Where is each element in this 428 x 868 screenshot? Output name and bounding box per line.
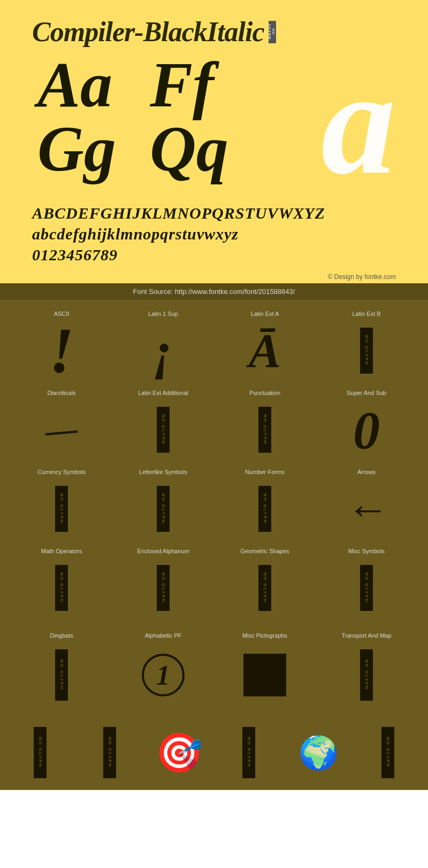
no-glyph-punctuation: NO GLYPH — [257, 406, 272, 454]
glyph-latinexta: Latin Ext A Ā — [214, 305, 316, 384]
glyph-display-arrows: ← — [342, 479, 391, 538]
black-rect-icon — [243, 654, 286, 696]
last-glyph-2: NO GLYPH — [78, 720, 142, 785]
glyph-miscpictographs: Misc Pictographs — [230, 632, 300, 707]
no-glyph-transportandmap: NO GLYPH — [359, 648, 374, 702]
glyph-diacriticals: Diacriticals — — [11, 384, 112, 463]
glyph-grid: ASCII ! Latin 1 Sup ¡ Latin Ext A Ā Lati… — [0, 300, 428, 627]
glyph-char-latin1sup: ¡ — [153, 320, 174, 382]
glyph-dingbats: Dingbats NO GLYPH — [27, 632, 96, 707]
glyph-ascii: ASCII ! — [11, 305, 112, 384]
glyph-label-letterlike: Letterlike Symbols — [139, 469, 187, 475]
no-glyph-last6: NO GLYPH — [380, 726, 395, 779]
glyph-miscsymbols: Misc Symbols NO GLYPH — [316, 542, 417, 622]
letter-Aa: Aa — [32, 53, 144, 117]
glyph-label-latinexta: Latin Ext A — [251, 311, 279, 317]
glyph-display-diacriticals: — — [37, 400, 86, 459]
glyph-label-mathoperators: Math Operators — [41, 548, 82, 554]
glyph-latinextb: Latin Ext B NO GLYPH — [316, 305, 417, 384]
letter-showcase: Aa Ff Gg Qq a — [32, 53, 396, 181]
glyph-transportandmap: Transport And Map NO GLYPH — [332, 632, 401, 707]
circle-number-icon: 1 — [142, 654, 185, 696]
glyph-char-superandsub: 0 — [353, 399, 380, 461]
copyright: © Design by fontke.com — [0, 270, 428, 283]
bottom-row: Dingbats NO GLYPH Alphabetic PF 1 Misc P… — [0, 627, 428, 718]
glyph-display-letterlike: NO GLYPH — [139, 479, 187, 538]
glyph-display-enclosedalphanum: NO GLYPH — [139, 559, 187, 617]
glyph-display-miscpictographs — [235, 643, 294, 707]
no-glyph-mathoperators: NO GLYPH — [54, 564, 69, 612]
no-glyph-numberforms: NO GLYPH — [257, 485, 272, 533]
glyph-currency: Currency Symbols NO GLYPH — [11, 463, 112, 542]
glyph-enclosedalphanum: Enclosed Alphanum NO GLYPH — [112, 542, 214, 622]
glyph-display-transportandmap: NO GLYPH — [337, 643, 396, 707]
no-glyph-last2: NO GLYPH — [102, 726, 117, 779]
letter-Ff: Ff — [144, 53, 257, 117]
glyph-geometricshapes: Geometric Shapes NO GLYPH — [214, 542, 316, 622]
glyph-label-punctuation: Punctuation — [249, 390, 280, 396]
glyph-label-miscpictographs: Misc Pictographs — [242, 632, 287, 639]
glyph-numberforms: Number Forms NO GLYPH — [214, 463, 316, 542]
circle-number-char: 1 — [156, 660, 170, 691]
glyph-display-numberforms: NO GLYPH — [241, 479, 289, 538]
no-glyph-last4: NO GLYPH — [241, 726, 256, 779]
glyph-superandsub: Super And Sub 0 — [316, 384, 417, 463]
last-glyph-6: NO GLYPH — [356, 720, 420, 785]
no-glyph-currency: NO GLYPH — [54, 485, 69, 533]
glyph-display-latinexta: Ā — [241, 321, 289, 380]
glyph-display-mathoperators: NO GLYPH — [37, 559, 86, 617]
font-source: Font Source: http://www.fontke.com/font/… — [0, 283, 428, 300]
glyph-display-geometricshapes: NO GLYPH — [241, 559, 289, 617]
glyph-latinextadd: Latin Ext Additional NO GLYPH — [112, 384, 214, 463]
no-glyph-dingbats: NO GLYPH — [54, 648, 69, 702]
glyph-char-last3: 🎯 — [155, 730, 203, 776]
glyph-display-miscsymbols: NO GLYPH — [342, 559, 391, 617]
no-glyph-latinextb: NO GLYPH — [359, 327, 374, 375]
alphabet-uppercase: ABCDEFGHIJKLMNOPQRSTUVWXYZ — [32, 203, 396, 223]
alphabet-digits: 0123456789 — [32, 244, 396, 265]
glyph-mathoperators: Math Operators NO GLYPH — [11, 542, 112, 622]
glyph-display-latinextadd: NO GLYPH — [139, 400, 187, 459]
glyph-label-alphabeticpf: Alphabetic PF — [145, 632, 181, 639]
big-a-background: a — [321, 48, 396, 197]
no-glyph-miscsymbols: NO GLYPH — [359, 564, 374, 612]
glyph-letterlike: Letterlike Symbols NO GLYPH — [112, 463, 214, 542]
glyph-display-latin1sup: ¡ — [139, 321, 187, 380]
last-glyph-1: NO GLYPH — [8, 720, 72, 785]
glyph-label-arrows: Arrows — [357, 469, 376, 475]
glyph-char-diacriticals: — — [44, 410, 79, 449]
glyph-display-alphabeticpf: 1 — [134, 643, 193, 707]
dark-section: Font Source: http://www.fontke.com/font/… — [0, 283, 428, 790]
letter-Gg: Gg — [32, 117, 144, 181]
letters-grid: Aa Ff Gg Qq — [32, 53, 257, 181]
no-glyph-badge: NO GLYPH — [269, 21, 276, 43]
glyph-arrows: Arrows ← — [316, 463, 417, 542]
glyph-label-geometricshapes: Geometric Shapes — [240, 548, 289, 554]
glyph-label-currency: Currency Symbols — [37, 469, 86, 475]
glyph-label-transportandmap: Transport And Map — [341, 632, 391, 639]
glyph-label-latinextadd: Latin Ext Additional — [138, 390, 188, 396]
no-glyph-geometricshapes: NO GLYPH — [257, 564, 272, 612]
letter-Qq: Qq — [144, 117, 257, 181]
glyph-label-diacriticals: Diacriticals — [47, 390, 75, 396]
glyph-label-miscsymbols: Misc Symbols — [348, 548, 385, 554]
glyph-label-superandsub: Super And Sub — [347, 390, 386, 396]
glyph-display-currency: NO GLYPH — [37, 479, 86, 538]
glyph-display-superandsub: 0 — [342, 400, 391, 459]
glyph-display-latinextb: NO GLYPH — [342, 321, 391, 380]
glyph-char-latinexta: Ā — [249, 323, 281, 378]
glyph-display-ascii: ! — [37, 321, 86, 380]
glyph-label-numberforms: Number Forms — [245, 469, 284, 475]
glyph-label-latin1sup: Latin 1 Sup — [148, 311, 178, 317]
last-glyph-4: NO GLYPH — [217, 720, 281, 785]
glyph-alphabeticpf: Alphabetic PF 1 — [128, 632, 198, 707]
glyph-display-dingbats: NO GLYPH — [32, 643, 91, 707]
font-title: Compiler-BlackItalic — [32, 16, 264, 48]
no-glyph-latinextadd: NO GLYPH — [156, 406, 171, 454]
alphabet-lowercase: abcdefghijklmnopqrstuvwxyz — [32, 223, 396, 244]
glyph-char-ascii: ! — [49, 314, 74, 387]
no-glyph-enclosedalphanum: NO GLYPH — [156, 564, 171, 612]
no-glyph-last1: NO GLYPH — [33, 726, 48, 779]
glyph-char-arrows: ← — [345, 485, 388, 533]
top-section: Compiler-BlackItalic NO GLYPH Aa Ff Gg Q… — [0, 0, 428, 192]
